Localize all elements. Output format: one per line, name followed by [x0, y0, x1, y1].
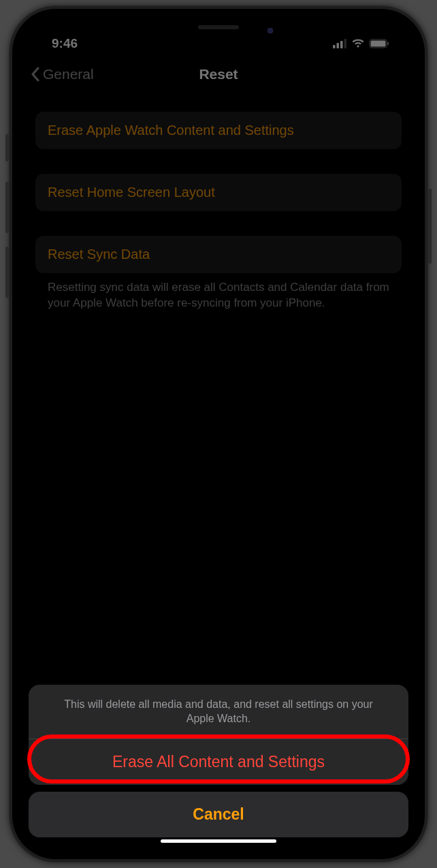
back-label: General [43, 66, 94, 82]
chevron-left-icon [30, 67, 40, 82]
power-button [428, 189, 432, 264]
volume-up-button [5, 182, 9, 233]
sheet-main-group: This will delete all media and data, and… [29, 685, 408, 785]
svg-rect-0 [333, 45, 336, 48]
action-sheet: This will delete all media and data, and… [29, 685, 408, 837]
volume-down-button [5, 247, 9, 298]
cellular-icon [333, 39, 347, 48]
svg-rect-3 [344, 39, 347, 48]
mute-switch [5, 134, 9, 161]
battery-icon [369, 39, 389, 48]
svg-rect-2 [340, 41, 343, 48]
svg-rect-5 [371, 40, 386, 46]
reset-home-row[interactable]: Reset Home Screen Layout [35, 174, 402, 211]
status-time: 9:46 [42, 36, 78, 51]
cancel-button[interactable]: Cancel [29, 792, 408, 837]
svg-rect-6 [387, 42, 389, 45]
sync-footer-note: Resetting sync data will erase all Conta… [35, 280, 402, 311]
status-icons [333, 39, 395, 48]
reset-sync-row[interactable]: Reset Sync Data [35, 236, 402, 273]
erase-all-button[interactable]: Erase All Content and Settings [29, 739, 408, 785]
svg-rect-1 [337, 43, 340, 48]
sheet-cancel-group: Cancel [29, 792, 408, 837]
nav-bar: General Reset [22, 56, 415, 93]
erase-watch-row[interactable]: Erase Apple Watch Content and Settings [35, 112, 402, 149]
notch [140, 18, 297, 42]
sheet-message: This will delete all media and data, and… [29, 685, 408, 739]
home-indicator[interactable] [161, 839, 276, 843]
screen: 9:46 General Reset Erase Apple Watch Con… [22, 18, 415, 850]
wifi-icon [351, 39, 365, 48]
content-area: Erase Apple Watch Content and Settings R… [22, 93, 415, 311]
nav-title: Reset [199, 66, 238, 82]
phone-frame: 9:46 General Reset Erase Apple Watch Con… [8, 5, 429, 863]
speaker-grille [198, 25, 239, 29]
back-button[interactable]: General [30, 66, 94, 82]
front-camera [268, 28, 273, 33]
